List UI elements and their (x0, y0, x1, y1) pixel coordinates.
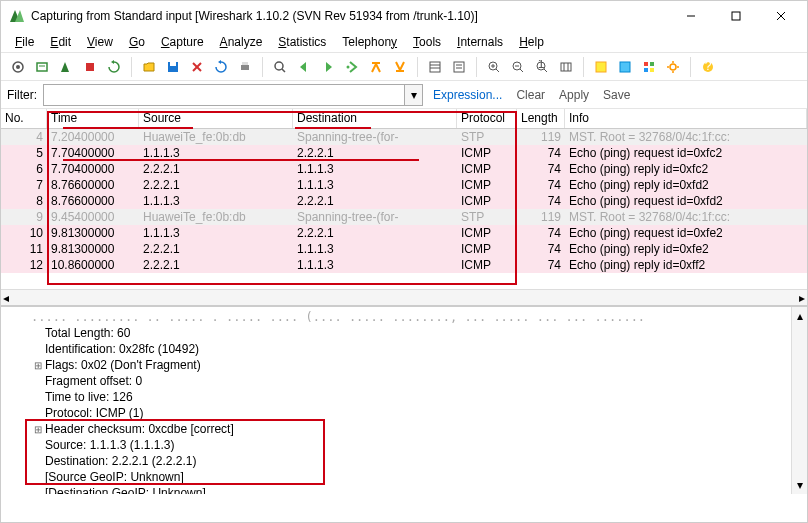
filter-input[interactable] (44, 85, 404, 105)
detail-line[interactable]: Total Length: 60 (3, 325, 807, 341)
detail-line[interactable]: [Source GeoIP: Unknown] (3, 469, 807, 485)
menu-tools[interactable]: Tools (405, 33, 449, 51)
expand-icon[interactable]: ⊞ (31, 360, 45, 371)
menu-capture[interactable]: Capture (153, 33, 212, 51)
colorize-icon[interactable] (424, 56, 446, 78)
col-time[interactable]: Time (47, 109, 139, 128)
detail-line[interactable]: Identification: 0x28fc (10492) (3, 341, 807, 357)
detail-line[interactable]: Source: 1.1.1.3 (1.1.1.3) (3, 437, 807, 453)
reload-file-icon[interactable] (210, 56, 232, 78)
svg-line-29 (496, 69, 499, 72)
menu-help[interactable]: Help (511, 33, 552, 51)
detail-line[interactable]: Protocol: ICMP (1) (3, 405, 807, 421)
packet-row[interactable]: 57.704000001.1.1.32.2.2.1ICMP74Echo (pin… (1, 145, 807, 161)
go-last-icon[interactable] (389, 56, 411, 78)
go-first-icon[interactable] (365, 56, 387, 78)
packet-list-hscroll[interactable]: ◂▸ (1, 289, 807, 305)
start-capture-icon[interactable] (55, 56, 77, 78)
detail-line[interactable]: ⊞Flags: 0x02 (Don't Fragment) (3, 357, 807, 373)
filter-dropdown-icon[interactable]: ▾ (404, 85, 422, 105)
interfaces-icon[interactable] (7, 56, 29, 78)
packet-list: No. Time Source Destination Protocol Len… (1, 109, 807, 306)
save-file-icon[interactable] (162, 56, 184, 78)
close-button[interactable] (758, 1, 803, 31)
maximize-button[interactable] (713, 1, 758, 31)
menu-view[interactable]: View (79, 33, 121, 51)
menu-telephony[interactable]: Telephony (334, 33, 405, 51)
svg-rect-6 (37, 63, 47, 71)
menu-analyze[interactable]: Analyze (212, 33, 271, 51)
expression-button[interactable]: Expression... (429, 88, 506, 102)
options-icon[interactable] (31, 56, 53, 78)
go-forward-icon[interactable] (317, 56, 339, 78)
col-length[interactable]: Length (517, 109, 565, 128)
packet-row[interactable]: 88.766000001.1.1.32.2.2.1ICMP74Echo (pin… (1, 193, 807, 209)
svg-rect-44 (650, 68, 654, 72)
svg-rect-1 (732, 12, 740, 20)
minimize-button[interactable] (668, 1, 713, 31)
packet-row[interactable]: 99.45400000HuaweiTe_fe:0b:dbSpanning-tre… (1, 209, 807, 225)
display-filters-icon[interactable] (614, 56, 636, 78)
packet-details[interactable]: ..... ......... .. ..... . ..... .... (.… (1, 306, 807, 494)
svg-rect-42 (650, 62, 654, 66)
detail-line[interactable]: [Destination GeoIP: Unknown] (3, 485, 807, 494)
detail-line[interactable]: Time to live: 126 (3, 389, 807, 405)
packet-row[interactable]: 109.813000001.1.1.32.2.2.1ICMP74Echo (pi… (1, 225, 807, 241)
open-file-icon[interactable] (138, 56, 160, 78)
title-bar: Capturing from Standard input [Wireshark… (1, 1, 807, 31)
close-file-icon[interactable] (186, 56, 208, 78)
restart-capture-icon[interactable] (103, 56, 125, 78)
filter-input-wrapper: ▾ (43, 84, 423, 106)
col-protocol[interactable]: Protocol (457, 109, 517, 128)
print-icon[interactable] (234, 56, 256, 78)
coloring-rules-icon[interactable] (638, 56, 660, 78)
svg-rect-40 (620, 62, 630, 72)
menu-edit[interactable]: Edit (42, 33, 79, 51)
capture-filters-icon[interactable] (590, 56, 612, 78)
packet-row[interactable]: 1210.86000002.2.2.11.1.1.3ICMP74Echo (pi… (1, 257, 807, 273)
col-info[interactable]: Info (565, 109, 807, 128)
detail-line[interactable]: Destination: 2.2.2.1 (2.2.2.1) (3, 453, 807, 469)
packet-row[interactable]: 119.813000002.2.2.11.1.1.3ICMP74Echo (pi… (1, 241, 807, 257)
go-back-icon[interactable] (293, 56, 315, 78)
detail-line[interactable]: Fragment offset: 0 (3, 373, 807, 389)
detail-line[interactable]: ⊞Header checksum: 0xcdbe [correct] (3, 421, 807, 437)
stop-capture-icon[interactable] (79, 56, 101, 78)
svg-line-32 (520, 69, 523, 72)
clear-button[interactable]: Clear (512, 88, 549, 102)
col-destination[interactable]: Destination (293, 109, 457, 128)
svg-line-16 (282, 69, 285, 72)
svg-rect-39 (596, 62, 606, 72)
resize-columns-icon[interactable] (555, 56, 577, 78)
svg-rect-8 (86, 63, 94, 71)
menu-go[interactable]: Go (121, 33, 153, 51)
packet-row[interactable]: 78.766000002.2.2.11.1.1.3ICMP74Echo (pin… (1, 177, 807, 193)
zoom-out-icon[interactable] (507, 56, 529, 78)
menu-statistics[interactable]: Statistics (270, 33, 334, 51)
find-icon[interactable] (269, 56, 291, 78)
help-icon[interactable]: ? (697, 56, 719, 78)
packet-row[interactable]: 47.20400000HuaweiTe_fe:0b:dbSpanning-tre… (1, 129, 807, 145)
expand-icon[interactable]: ⊞ (31, 424, 45, 435)
packet-list-body[interactable]: 47.20400000HuaweiTe_fe:0b:dbSpanning-tre… (1, 129, 807, 289)
col-source[interactable]: Source (139, 109, 293, 128)
svg-rect-36 (561, 63, 571, 71)
svg-rect-13 (241, 65, 249, 70)
packet-list-header: No. Time Source Destination Protocol Len… (1, 109, 807, 129)
packet-row[interactable]: 67.704000002.2.2.11.1.1.3ICMP74Echo (pin… (1, 161, 807, 177)
menu-internals[interactable]: Internals (449, 33, 511, 51)
details-vscroll[interactable]: ▴▾ (791, 307, 807, 494)
apply-button[interactable]: Apply (555, 88, 593, 102)
zoom-in-icon[interactable] (483, 56, 505, 78)
save-button[interactable]: Save (599, 88, 634, 102)
col-no[interactable]: No. (1, 109, 47, 128)
filter-label: Filter: (7, 88, 37, 102)
svg-rect-41 (644, 62, 648, 66)
go-to-packet-icon[interactable] (341, 56, 363, 78)
menu-file[interactable]: File (7, 33, 42, 51)
preferences-icon[interactable] (662, 56, 684, 78)
zoom-reset-icon[interactable]: 1 (531, 56, 553, 78)
svg-point-15 (275, 62, 283, 70)
svg-rect-43 (644, 68, 648, 72)
auto-scroll-icon[interactable] (448, 56, 470, 78)
